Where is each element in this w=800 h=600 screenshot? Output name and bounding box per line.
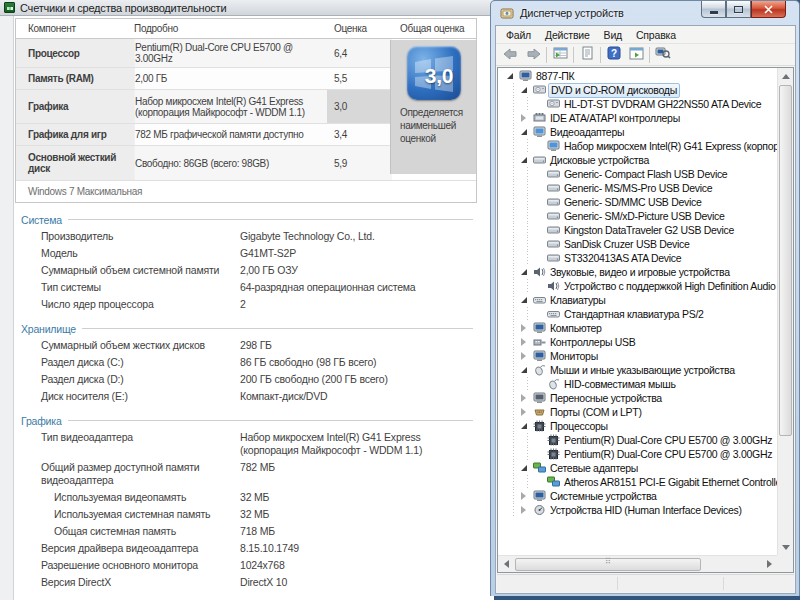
section-title: Хранилище: [21, 323, 76, 335]
expander-icon[interactable]: [519, 463, 533, 473]
tree-item[interactable]: Pentium(R) Dual-Core CPU E5700 @ 3.00GHz: [499, 447, 777, 461]
expander-icon[interactable]: [519, 365, 533, 375]
disk-drive-icon: [547, 238, 562, 250]
wei-score: 5,9: [327, 146, 392, 180]
tree-item[interactable]: Устройство с поддержкой High Definition …: [499, 279, 777, 293]
tree-item[interactable]: ST3320413AS ATA Device: [499, 251, 777, 265]
expander-icon[interactable]: [519, 421, 533, 431]
tree-item[interactable]: HID-совместимая мышь: [499, 377, 777, 391]
device-manager-titlebar[interactable]: Диспетчер устройств: [491, 1, 799, 25]
wei-score: 3,0: [327, 90, 392, 123]
back-button[interactable]: [500, 45, 522, 65]
tree-item[interactable]: Generic- Compact Flash USB Device: [499, 167, 777, 181]
tree-item[interactable]: Контроллеры USB: [499, 335, 777, 349]
show-window-button[interactable]: [625, 45, 647, 65]
expander-icon[interactable]: [519, 155, 533, 165]
expander-icon[interactable]: [519, 295, 533, 305]
tree-item[interactable]: Порты (COM и LPT): [499, 405, 777, 419]
expander-icon[interactable]: [519, 505, 533, 515]
tree-item[interactable]: Набор микросхем Intel(R) G41 Express (ко…: [499, 139, 777, 153]
menu-item-вид[interactable]: Вид: [597, 29, 629, 41]
list-icon: [553, 46, 568, 64]
wei-component-label: Процессор: [16, 39, 134, 67]
tree-item[interactable]: HL-DT-ST DVDRAM GH22NS50 ATA Device: [499, 97, 777, 111]
vertical-scrollbar[interactable]: [777, 68, 793, 555]
tree-item[interactable]: Видеоадаптеры: [499, 125, 777, 139]
wei-detail: Pentium(R) Dual-Core CPU E5700 @ 3.00GHz: [134, 39, 327, 67]
expander-icon[interactable]: [519, 113, 533, 123]
expander-icon[interactable]: [519, 85, 533, 95]
menu-item-действие[interactable]: Действие: [538, 29, 597, 41]
vertical-scroll-thumb[interactable]: [779, 85, 792, 436]
tree-item[interactable]: Atheros AR8151 PCI-E Gigabit Ethernet Co…: [499, 475, 777, 489]
expander-icon[interactable]: [519, 407, 533, 417]
expander-icon[interactable]: [519, 491, 533, 501]
detail-value: 200 ГБ свободно (200 ГБ всего): [240, 373, 477, 386]
tree-item[interactable]: Дисковые устройства: [499, 153, 777, 167]
tree-item[interactable]: Generic- SM/xD-Picture USB Device: [499, 209, 777, 223]
tree-item[interactable]: Клавиатуры: [499, 293, 777, 307]
device-manager-client: ФайлДействиеВидСправка ? 8877-ПКDVD и CD…: [495, 25, 796, 594]
tree-item[interactable]: IDE ATA/ATAPI контроллеры: [499, 111, 777, 125]
horizontal-scrollbar[interactable]: [498, 555, 777, 572]
minimize-button[interactable]: [701, 1, 726, 18]
tree-item[interactable]: Generic- SD/MMC USB Device: [499, 195, 777, 209]
expander-icon[interactable]: [505, 71, 519, 81]
tree-item[interactable]: Переносные устройства: [499, 391, 777, 405]
expander-icon[interactable]: [519, 351, 533, 361]
expander-icon[interactable]: [519, 127, 533, 137]
toolbar-separator: [649, 47, 650, 63]
tree-item[interactable]: Pentium(R) Dual-Core CPU E5700 @ 3.00GHz: [499, 433, 777, 447]
disk-drive-icon: [547, 252, 562, 264]
maximize-button[interactable]: [726, 1, 751, 18]
tree-item[interactable]: Звуковые, видео и игровые устройства: [499, 265, 777, 279]
tree-item[interactable]: Компьютер: [499, 321, 777, 335]
audio-icon: [547, 280, 562, 292]
forward-button[interactable]: [522, 45, 544, 65]
scroll-left-icon[interactable]: [498, 556, 514, 572]
status-bar: [497, 574, 794, 592]
detail-label: Общая системная память: [54, 525, 240, 538]
tree-item[interactable]: Устройства HID (Human Interface Devices): [499, 503, 777, 517]
expander-icon[interactable]: [519, 323, 533, 333]
detail-label: Тип системы: [41, 281, 240, 294]
properties-button[interactable]: [576, 45, 598, 65]
detail-value: DirectX 10: [240, 576, 477, 589]
tree-item[interactable]: Сетевые адаптеры: [499, 461, 777, 475]
tree-item-label: Pentium(R) Dual-Core CPU E5700 @ 3.00GHz: [562, 448, 774, 461]
expander-icon[interactable]: [519, 393, 533, 403]
tree-item[interactable]: Мыши и иные указывающие устройства: [499, 363, 777, 377]
scroll-right-icon[interactable]: [761, 556, 777, 572]
menu-item-справка[interactable]: Справка: [629, 29, 683, 41]
show-list-button[interactable]: [549, 45, 571, 65]
tree-item-label: Устройства HID (Human Interface Devices): [548, 504, 744, 517]
close-icon: [764, 0, 773, 18]
properties-icon: [581, 46, 594, 64]
tree-item[interactable]: SanDisk Cruzer USB Device: [499, 237, 777, 251]
expander-icon[interactable]: [519, 337, 533, 347]
tree-item[interactable]: Generic- MS/MS-Pro USB Device: [499, 181, 777, 195]
tree-item-label: DVD и CD-ROM дисководы: [548, 83, 680, 98]
tree-item[interactable]: Системные устройства: [499, 489, 777, 503]
tree-item[interactable]: 8877-ПК: [499, 69, 777, 83]
scan-hardware-button[interactable]: [652, 45, 674, 65]
expander-icon[interactable]: [519, 267, 533, 277]
horizontal-scroll-thumb[interactable]: [515, 558, 701, 571]
detail-row: Раздел диска (C:)86 ГБ свободно (98 ГБ в…: [15, 354, 477, 371]
menu-item-файл[interactable]: Файл: [499, 29, 538, 41]
tree-item[interactable]: Мониторы: [499, 349, 777, 363]
tree-item[interactable]: Процессоры: [499, 419, 777, 433]
close-button[interactable]: [751, 1, 786, 18]
scroll-up-icon[interactable]: [778, 68, 794, 84]
help-button[interactable]: ?: [603, 45, 625, 65]
tree-item[interactable]: Стандартная клавиатура PS/2: [499, 307, 777, 321]
scroll-down-icon[interactable]: [778, 539, 794, 555]
device-manager-window: Диспетчер устройств ФайлДействиеВидСправ…: [490, 0, 800, 596]
wei-component-label: Графика для игр: [16, 124, 134, 145]
detail-label: Суммарный объем жестких дисков: [41, 339, 240, 352]
tree-item[interactable]: Kingston DataTraveler G2 USB Device: [499, 223, 777, 237]
performance-window-titlebar[interactable]: Счетчики и средства производительности: [0, 0, 494, 16]
tree-item[interactable]: DVD и CD-ROM дисководы: [499, 83, 777, 97]
detail-label: Версия драйвера видеоадаптера: [41, 542, 240, 555]
tree-item-label: Generic- SD/MMC USB Device: [562, 196, 703, 209]
